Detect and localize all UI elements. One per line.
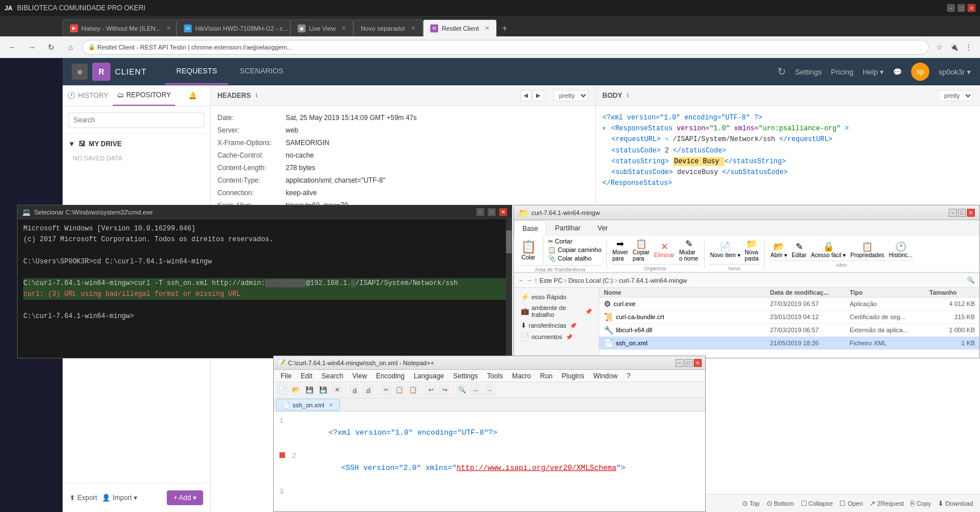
abrir-btn[interactable]: 📂 Abrir ▾: [769, 240, 788, 259]
menu-view[interactable]: View: [348, 370, 372, 382]
np-copy-btn[interactable]: 📋: [393, 384, 406, 397]
np-replace-btn[interactable]: ↔: [470, 384, 482, 397]
notepad-content[interactable]: 1 <?xml version="1.0" encoding="UTF-8"?>…: [274, 412, 705, 511]
notepad-tab-close[interactable]: ✕: [329, 402, 333, 408]
close-button[interactable]: ✕: [967, 4, 975, 12]
cmd-close-button[interactable]: ✕: [499, 208, 507, 216]
paste-shortcut-btn[interactable]: 📎 Colar atalho: [548, 255, 602, 262]
menu-plugins[interactable]: Plugins: [557, 370, 588, 382]
notepad-maximize-btn[interactable]: □: [685, 359, 693, 367]
sidebar-tab-history[interactable]: 🕐 HISTORY: [63, 85, 113, 106]
my-drive-header[interactable]: ▼ 🖫 MY DRIVE: [68, 140, 204, 148]
menu-encoding[interactable]: Encoding: [372, 370, 409, 382]
open-button[interactable]: ☐ Open: [839, 499, 863, 507]
body-format-select[interactable]: pretty raw: [938, 90, 973, 101]
ribbon-tab-ver[interactable]: Ver: [589, 220, 616, 236]
address-path[interactable]: Este PC > Disco Local (C:) > curl-7.64.1…: [540, 277, 965, 284]
addr-up-btn[interactable]: ↑: [534, 277, 537, 283]
np-redo-btn[interactable]: ↪: [438, 384, 451, 397]
menu-search[interactable]: Search: [317, 370, 348, 382]
explorer-minimize-button[interactable]: −: [949, 209, 957, 217]
add-button[interactable]: + Add ▾: [167, 490, 203, 505]
explorer-maximize-button[interactable]: □: [958, 209, 966, 217]
minimize-button[interactable]: −: [947, 4, 955, 12]
menu-tools[interactable]: Tools: [483, 370, 508, 382]
file-row-crt[interactable]: 📜curl-ca-bundle.crt 23/01/2019 04:12 Cer…: [599, 311, 979, 324]
export-button[interactable]: ⬆ Export: [69, 494, 97, 502]
sidebar-tab-notifications[interactable]: 🔔: [175, 85, 210, 106]
forward-button[interactable]: →: [24, 39, 40, 55]
np-saveall-btn[interactable]: 💾: [317, 384, 330, 397]
help-dropdown[interactable]: Help ▾: [863, 68, 884, 76]
2request-button[interactable]: ↗ 2Request: [870, 499, 904, 507]
collapse-button[interactable]: ☐ Collapse: [801, 499, 833, 507]
tab-hikvision[interactable]: H HikVision HWD-7108MH-G2 - c... ✕: [176, 19, 290, 36]
settings-icon[interactable]: ⋮: [962, 40, 975, 54]
novo-item-btn[interactable]: 📄 Novo item ▾: [709, 240, 742, 259]
search-input[interactable]: [68, 112, 204, 128]
cmd-minimize-button[interactable]: −: [476, 208, 484, 216]
menu-help[interactable]: ?: [622, 370, 635, 382]
search-explorer-input[interactable]: 🔍: [967, 276, 975, 284]
menu-settings[interactable]: Settings: [448, 370, 482, 382]
paste-btn[interactable]: 📋 Colar: [518, 238, 538, 262]
file-row-curl[interactable]: ⚙curl.exe 27/03/2019 06:57 Aplicação 4 0…: [599, 298, 979, 311]
np-open-btn[interactable]: 📂: [290, 384, 302, 397]
menu-macro[interactable]: Macro: [508, 370, 536, 382]
pricing-link[interactable]: Pricing: [831, 68, 854, 76]
tab-restlet[interactable]: R Restlet Client ✕: [423, 19, 496, 36]
cmd-maximize-button[interactable]: □: [488, 208, 496, 216]
mudar-btn[interactable]: ✎ Mudaro nome: [678, 237, 699, 263]
file-row-dll[interactable]: 🔧libcurl-x64.dll 27/03/2019 06:57 Extens…: [599, 324, 979, 337]
notepad-close-btn[interactable]: ✕: [694, 359, 702, 367]
menu-file[interactable]: File: [276, 370, 296, 382]
prev-arrow[interactable]: ◀: [520, 90, 532, 101]
np-goto-btn[interactable]: →: [483, 384, 496, 397]
np-new-btn[interactable]: 📄: [276, 384, 289, 397]
np-save-btn[interactable]: 💾: [303, 384, 316, 397]
edit-icon[interactable]: ✎: [665, 136, 669, 143]
tab-novo[interactable]: Novo separador ✕: [353, 19, 423, 36]
back-button[interactable]: ←: [5, 39, 20, 55]
new-tab-button[interactable]: +: [497, 20, 513, 36]
refresh-icon[interactable]: ↻: [777, 65, 786, 78]
cut-btn[interactable]: ✂ Cortar: [548, 238, 602, 245]
sidebar-item-acesso-rapido[interactable]: ⚡ esso Rápido: [517, 291, 595, 303]
eliminar-btn[interactable]: ✕ Eliminar: [653, 240, 676, 259]
addr-forward-btn[interactable]: →: [526, 277, 532, 283]
bookmark-icon[interactable]: ☆: [932, 40, 946, 54]
ribbon-tab-partilhar[interactable]: Partilhar: [546, 220, 589, 236]
editar-btn[interactable]: ✎ Editar: [790, 240, 808, 259]
historico-btn[interactable]: 🕐 Históric...: [888, 240, 914, 259]
settings-link[interactable]: Settings: [795, 68, 822, 76]
reload-button[interactable]: ↻: [43, 39, 59, 55]
download-button[interactable]: ⬇ Download: [938, 499, 973, 507]
np-cut-btn[interactable]: ✂: [380, 384, 392, 397]
ribbon-tab-base[interactable]: Base: [514, 220, 546, 237]
tab-halsey[interactable]: ▶ Halsey - Without Me (ILEN... ✕: [63, 19, 176, 36]
np-undo-btn[interactable]: ↩: [425, 384, 437, 397]
propriedades-btn[interactable]: 📋 Propriedades: [849, 240, 885, 259]
headers-format-select[interactable]: pretty raw: [553, 90, 588, 101]
nova-pasta-btn[interactable]: 📁 Novapasta: [744, 237, 760, 263]
np-close-btn[interactable]: ✕: [331, 384, 343, 397]
tab-close-restlet[interactable]: ✕: [485, 25, 489, 31]
sidebar-tab-repository[interactable]: 🗂 REPOSITORY: [113, 85, 175, 106]
sidebar-item-ambiente[interactable]: 💼 ambiente de trabalho 📌: [517, 303, 595, 320]
notepad-minimize-btn[interactable]: −: [676, 359, 683, 367]
mover-btn[interactable]: ➡ Moverpara: [611, 237, 629, 263]
copy-button[interactable]: ⎘ Copy: [911, 499, 931, 507]
explorer-close-button[interactable]: ✕: [967, 209, 975, 217]
file-row-xml[interactable]: 📄ssh_on.xml 21/05/2019 18:26 Ficheiro XM…: [599, 337, 979, 350]
copy-path-btn[interactable]: 📋 Copiar caminho: [548, 246, 602, 254]
user-menu[interactable]: sp0ok3r ▾: [938, 68, 971, 76]
addr-back-btn[interactable]: ←: [518, 277, 524, 283]
notepad-file-tab[interactable]: 📄 ssh_on.xml ✕: [276, 399, 340, 411]
np-print-btn[interactable]: 🖨: [348, 384, 361, 397]
top-button[interactable]: ⊙ Top: [742, 499, 760, 507]
np-printpreview-btn[interactable]: 🖨: [362, 384, 374, 397]
acesso-btn[interactable]: 🔒 Acesso fácil ▾: [810, 240, 847, 259]
tab-close-halsey[interactable]: ✕: [166, 25, 171, 31]
tab-close-novo[interactable]: ✕: [411, 25, 415, 31]
np-find-btn[interactable]: 🔍: [456, 384, 468, 397]
